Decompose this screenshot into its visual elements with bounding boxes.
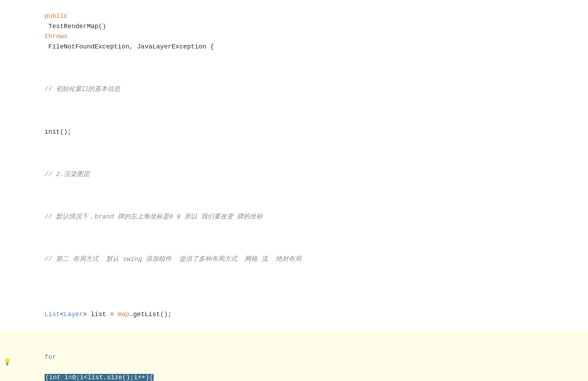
type-list: List	[45, 311, 60, 318]
var-map1: map	[118, 311, 129, 318]
content-comment-init-info: // 初始化窗口的基本信息	[14, 64, 588, 105]
line-comment-layout: // 第二 布局方式 默认 swing 添加组件 提供了多种布局方式 网格 流 …	[0, 233, 588, 276]
line-comment-brand-coords: // 默认情况下，brand 牌的左上角坐标是0 0 所以 我们要改变 牌的坐标	[0, 190, 588, 233]
line-comment-init-info: // 初始化窗口的基本信息	[0, 63, 588, 105]
line-init: init();	[0, 105, 588, 148]
content-header: public TestRenderMap() throws FileNotFou…	[14, 1, 588, 62]
content-comment-render-layer: // 2.渲染图层	[14, 149, 588, 190]
text-space	[45, 364, 48, 371]
content-comment-brand-coords: // 默认情况下，brand 牌的左上角坐标是0 0 所以 我们要改变 牌的坐标	[14, 191, 588, 232]
angle-open: <	[60, 311, 64, 318]
content-empty1	[14, 277, 588, 287]
content-for-loop: for (int i=0;i<list.size();i++){	[14, 331, 588, 381]
code-editor: public TestRenderMap() throws FileNotFou…	[0, 0, 588, 381]
line-header: public TestRenderMap() throws FileNotFou…	[0, 0, 588, 63]
line-empty1	[0, 276, 588, 288]
kw-for: for	[45, 354, 56, 361]
content-comment-layout: // 第二 布局方式 默认 swing 添加组件 提供了多种布局方式 网格 流 …	[14, 234, 588, 275]
bulb-icon: 💡	[3, 357, 11, 367]
comment-init-info: // 初始化窗口的基本信息	[45, 86, 120, 93]
type-layer: Layer	[64, 311, 83, 318]
line-list-decl: List<Layer> list = map.getList();	[0, 288, 588, 331]
line-comment-render-layer: // 2.渲染图层	[0, 148, 588, 190]
kw-public: public	[45, 12, 68, 20]
text-getlist: .getList();	[129, 311, 172, 318]
content-list-decl: List<Layer> list = map.getList();	[14, 289, 588, 330]
comment-layout: // 第二 布局方式 默认 swing 添加组件 提供了多种布局方式 网格 流 …	[45, 256, 301, 263]
comment-brand-coords: // 默认情况下，brand 牌的左上角坐标是0 0 所以 我们要改变 牌的坐标	[45, 213, 263, 220]
for-condition-highlight: (int i=0;i<list.size();i++){	[45, 374, 154, 381]
kw-throws: throws	[45, 33, 68, 40]
text-init: init();	[45, 128, 72, 135]
text-exceptions: FileNotFoundException, JavaLayerExceptio…	[45, 43, 214, 50]
line-for-loop: 💡 for (int i=0;i<list.size();i++){	[0, 331, 588, 381]
gutter-for: 💡	[0, 357, 14, 367]
text-method-sig: TestRenderMap()	[45, 23, 110, 30]
comment-render-layer: // 2.渲染图层	[45, 171, 90, 178]
content-init: init();	[14, 106, 588, 147]
angle-close: > list =	[83, 311, 118, 318]
